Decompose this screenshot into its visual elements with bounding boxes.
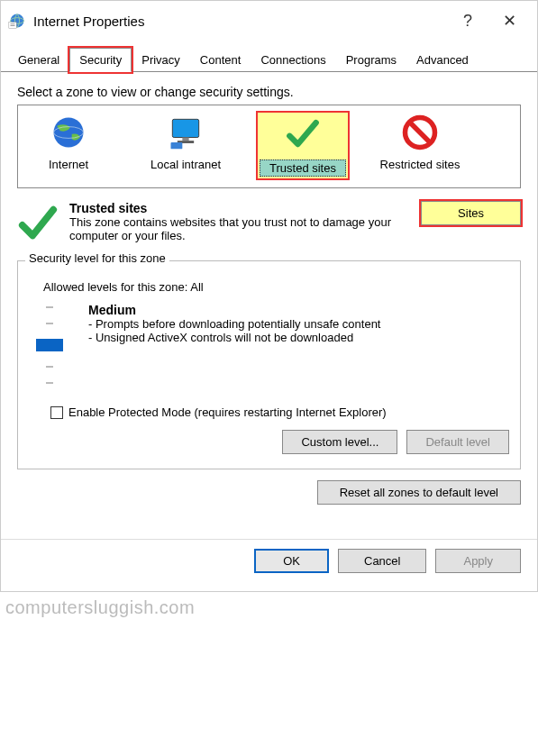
svg-rect-11 — [171, 142, 183, 149]
tab-content[interactable]: Content — [190, 48, 251, 71]
zone-trusted-sites[interactable]: Trusted sites — [258, 113, 348, 178]
security-level-desc2: - Unsigned ActiveX controls will not be … — [88, 331, 353, 344]
no-entry-icon — [400, 113, 440, 152]
zone-restricted-sites[interactable]: Restricted sites — [375, 113, 465, 178]
dialog-button-row: OK Cancel Apply — [1, 539, 537, 591]
allowed-levels-label: Allowed levels for this zone: All — [43, 280, 509, 294]
zone-description: Trusted sites This zone contains website… — [17, 201, 521, 244]
globe-icon — [49, 113, 88, 152]
checkbox-icon[interactable] — [50, 406, 63, 419]
zone-restricted-sites-label: Restricted sites — [375, 158, 465, 171]
zone-trusted-sites-label: Trusted sites — [260, 159, 346, 177]
window-title: Internet Properties — [33, 14, 447, 29]
svg-line-13 — [410, 123, 430, 142]
watermark-text: computersluggish.com — [0, 592, 538, 624]
svg-rect-9 — [182, 138, 188, 141]
groupbox-title: Security level for this zone — [25, 251, 169, 265]
protected-mode-checkbox-row[interactable]: Enable Protected Mode (requires restarti… — [50, 405, 509, 419]
zone-internet-label: Internet — [23, 158, 114, 171]
zone-local-intranet-label: Local intranet — [141, 158, 231, 171]
reset-all-zones-button[interactable]: Reset all zones to default level — [317, 480, 521, 505]
cancel-button[interactable]: Cancel — [338, 549, 426, 573]
security-level-name: Medium — [88, 303, 136, 317]
tab-programs[interactable]: Programs — [336, 48, 406, 71]
zone-heading: Trusted sites — [69, 201, 147, 215]
tab-connections[interactable]: Connections — [251, 48, 335, 71]
svg-rect-3 — [11, 23, 15, 24]
tab-general[interactable]: General — [8, 48, 69, 71]
zone-selector: Internet Local intranet Trusted sites Re… — [17, 105, 521, 188]
internet-options-icon — [8, 12, 26, 30]
checkmark-icon — [283, 114, 323, 154]
tab-bar: General Security Privacy Content Connect… — [1, 41, 537, 72]
monitor-icon — [166, 113, 205, 152]
sites-button[interactable]: Sites — [421, 201, 521, 225]
tab-privacy[interactable]: Privacy — [132, 48, 190, 71]
window-titlebar: Internet Properties ? ✕ — [1, 1, 537, 41]
security-level-slider[interactable] — [29, 303, 70, 384]
security-level-groupbox: Security level for this zone Allowed lev… — [17, 260, 521, 469]
custom-level-button[interactable]: Custom level... — [282, 430, 397, 454]
zone-body-text: This zone contains websites that you tru… — [69, 215, 391, 242]
security-tab-panel: Select a zone to view or change security… — [1, 72, 537, 539]
slider-thumb[interactable] — [36, 339, 63, 351]
tab-advanced[interactable]: Advanced — [406, 48, 479, 71]
svg-rect-7 — [172, 119, 198, 137]
zone-internet[interactable]: Internet — [23, 113, 114, 178]
tab-security[interactable]: Security — [69, 48, 132, 72]
security-level-desc1: - Prompts before downloading potentially… — [88, 317, 380, 331]
apply-button[interactable]: Apply — [435, 549, 521, 573]
checkmark-large-icon — [17, 203, 59, 244]
close-button[interactable]: ✕ — [488, 11, 530, 31]
ok-button[interactable]: OK — [254, 549, 329, 573]
default-level-button[interactable]: Default level — [406, 430, 509, 454]
internet-properties-window: Internet Properties ? ✕ General Security… — [0, 0, 538, 592]
svg-rect-4 — [11, 25, 15, 26]
protected-mode-label: Enable Protected Mode (requires restarti… — [68, 405, 387, 419]
zone-prompt-label: Select a zone to view or change security… — [17, 85, 521, 99]
zone-local-intranet[interactable]: Local intranet — [141, 113, 231, 178]
help-button[interactable]: ? — [447, 12, 488, 31]
